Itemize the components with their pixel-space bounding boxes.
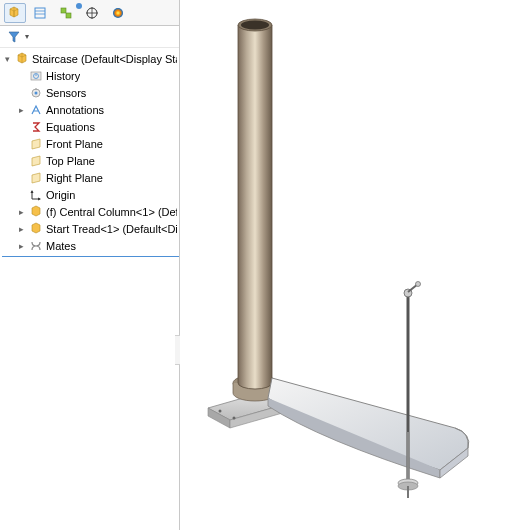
tree-item-start-tread[interactable]: ▸ Start Tread<1> (Default<Display): [2, 220, 179, 237]
tab-display-manager[interactable]: [108, 3, 130, 23]
tab-feature-manager[interactable]: [4, 3, 26, 23]
part-icon: [28, 204, 44, 220]
svg-point-19: [219, 410, 222, 413]
3d-viewport[interactable]: [180, 0, 510, 530]
tree-item-label: Equations: [46, 121, 95, 133]
tree-item-right-plane[interactable]: ▸ Right Plane: [2, 169, 179, 186]
model-render: [180, 0, 510, 530]
tree-end-divider: [2, 256, 179, 257]
tree-item-label: Origin: [46, 189, 75, 201]
expand-icon[interactable]: ▸: [16, 206, 27, 217]
svg-point-8: [113, 8, 123, 18]
tree-item-top-plane[interactable]: ▸ Top Plane: [2, 152, 179, 169]
origin-icon: [28, 187, 44, 203]
svg-marker-17: [31, 190, 34, 193]
tab-configuration-manager[interactable]: [56, 3, 78, 23]
tree-item-label: Front Plane: [46, 138, 103, 150]
part-icon: [28, 221, 44, 237]
tab-dimxpert[interactable]: [82, 3, 104, 23]
panel-tabbar: [0, 0, 179, 26]
collapse-icon[interactable]: ▾: [2, 53, 13, 64]
expand-icon[interactable]: ▸: [16, 104, 27, 115]
tree-item-central-column[interactable]: ▸ (f) Central Column<1> (Default): [2, 203, 179, 220]
svg-point-20: [233, 417, 236, 420]
origin-marker-top: [76, 3, 82, 9]
svg-rect-4: [66, 13, 71, 18]
svg-point-25: [241, 21, 269, 30]
plane-icon: [28, 170, 44, 186]
config-icon: [58, 5, 74, 21]
expand-icon[interactable]: ▸: [16, 240, 27, 251]
svg-marker-18: [38, 197, 41, 200]
tree-item-label: History: [46, 70, 80, 82]
tree-item-origin[interactable]: ▸ Origin: [2, 186, 179, 203]
feature-tree: ▾ Staircase (Default<Display State-1>) ▸…: [0, 48, 179, 259]
tree-root[interactable]: ▾ Staircase (Default<Display State-1>): [2, 50, 179, 67]
filter-dropdown-arrow[interactable]: ▾: [25, 32, 29, 41]
annotations-icon: [28, 102, 44, 118]
filter-icon[interactable]: [6, 29, 22, 45]
tab-property-manager[interactable]: [30, 3, 52, 23]
svg-rect-3: [61, 8, 66, 13]
tree-item-label: Mates: [46, 240, 76, 252]
property-icon: [32, 5, 48, 21]
assembly-icon: [6, 5, 22, 21]
tree-item-label: (f) Central Column<1> (Default): [46, 206, 177, 218]
assembly-icon: [14, 51, 30, 67]
plane-icon: [28, 153, 44, 169]
tree-item-label: Sensors: [46, 87, 86, 99]
display-icon: [110, 5, 126, 21]
tree-item-label: Start Tread<1> (Default<Display): [46, 223, 177, 235]
tree-item-history[interactable]: ▸ History: [2, 67, 179, 84]
tree-root-label: Staircase (Default<Display State-1>): [32, 53, 177, 65]
history-icon: [28, 68, 44, 84]
tree-item-front-plane[interactable]: ▸ Front Plane: [2, 135, 179, 152]
mates-icon: [28, 238, 44, 254]
sensors-icon: [28, 85, 44, 101]
svg-rect-0: [35, 8, 45, 18]
plane-icon: [28, 136, 44, 152]
svg-point-32: [416, 282, 421, 287]
tree-item-equations[interactable]: ▸ Equations: [2, 118, 179, 135]
tree-item-label: Annotations: [46, 104, 104, 116]
tree-item-label: Top Plane: [46, 155, 95, 167]
svg-point-13: [35, 91, 38, 94]
tree-item-sensors[interactable]: ▸ Sensors: [2, 84, 179, 101]
equations-icon: [28, 119, 44, 135]
filter-bar: ▾: [0, 26, 179, 48]
dimxpert-icon: [84, 5, 100, 21]
tree-item-label: Right Plane: [46, 172, 103, 184]
tree-item-annotations[interactable]: ▸ Annotations: [2, 101, 179, 118]
expand-icon[interactable]: ▸: [16, 223, 27, 234]
tree-item-mates[interactable]: ▸ Mates: [2, 237, 179, 254]
